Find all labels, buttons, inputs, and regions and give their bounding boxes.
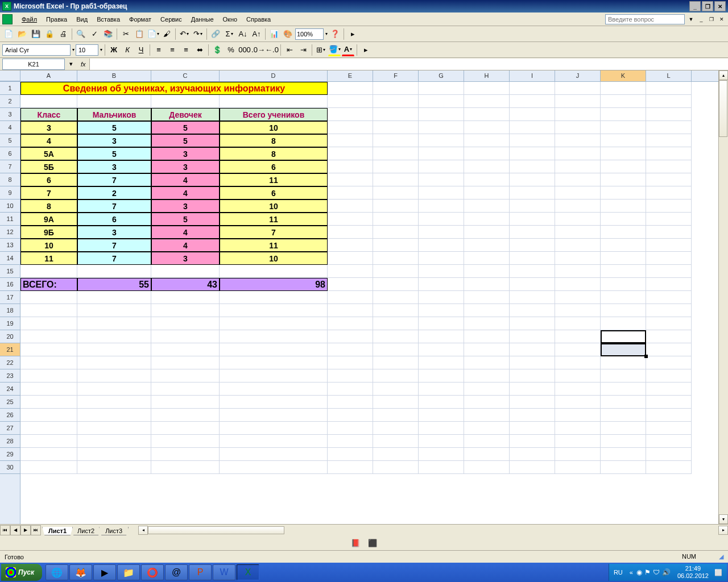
col-header-B[interactable]: B [77,70,151,81]
cell[interactable] [646,461,692,474]
cell[interactable] [220,435,328,448]
cell[interactable] [510,160,555,173]
cell[interactable] [646,95,692,108]
decrease-decimal-button[interactable]: ←.0 [266,44,278,56]
cell[interactable] [20,317,77,330]
cell[interactable] [373,265,419,278]
cell[interactable]: 9Б [20,226,77,239]
cell[interactable] [373,291,419,304]
tray-icon-shield[interactable]: 🛡 [653,568,660,576]
pdf-icon[interactable]: 📕 [349,537,362,549]
taskbar-excel[interactable]: X [237,564,259,580]
cell[interactable] [20,304,77,317]
cell[interactable]: 4 [151,173,220,186]
cell[interactable] [464,147,510,160]
cell[interactable] [419,383,464,396]
sort-asc-button[interactable]: A↓ [237,28,249,40]
cell[interactable] [601,239,646,252]
cell[interactable] [328,265,373,278]
cell[interactable] [328,95,373,108]
cell[interactable]: 11 [220,213,328,226]
row-header-14[interactable]: 14 [0,252,20,265]
cell[interactable] [328,199,373,213]
cell[interactable] [646,82,692,95]
cell[interactable] [646,199,692,213]
cell[interactable] [328,461,373,474]
cell[interactable] [151,435,220,448]
tray-icon-flag[interactable]: ⚑ [644,568,651,576]
decrease-indent-button[interactable]: ⇤ [283,44,296,56]
cell[interactable] [419,278,464,291]
scroll-right-button[interactable]: ▸ [718,526,728,535]
cell[interactable] [464,356,510,369]
taskbar-explorer[interactable]: 📁 [117,564,140,580]
fill-handle[interactable] [644,355,648,358]
name-box-dropdown-icon[interactable]: ▾ [66,59,76,69]
cell[interactable] [20,356,77,369]
cell[interactable] [601,278,646,291]
cell[interactable] [328,134,373,147]
cell[interactable] [419,396,464,409]
cell[interactable] [151,304,220,317]
menu-help[interactable]: Справка [242,15,275,24]
row-header-10[interactable]: 10 [0,199,20,213]
percent-button[interactable]: % [225,44,237,56]
cell[interactable] [601,108,646,121]
cell[interactable] [510,108,555,121]
cell[interactable] [419,291,464,304]
hyperlink-button[interactable]: 🔗 [209,28,222,40]
cell[interactable] [555,291,601,304]
row-header-18[interactable]: 18 [0,304,20,317]
cell[interactable] [328,160,373,173]
row-header-2[interactable]: 2 [0,95,20,108]
cell[interactable]: 5 [151,213,220,226]
cell[interactable] [151,409,220,422]
cell[interactable] [77,396,151,409]
cell[interactable]: 8 [220,134,328,147]
merge-center-button[interactable]: ⬌ [193,44,206,56]
cell[interactable] [419,461,464,474]
cell[interactable] [419,409,464,422]
cell[interactable] [464,121,510,134]
cell[interactable] [419,239,464,252]
cell[interactable] [220,304,328,317]
cell[interactable] [373,160,419,173]
cell[interactable] [601,435,646,448]
cell[interactable] [510,291,555,304]
cell[interactable]: 5 [77,147,151,160]
cell[interactable]: 11 [220,239,328,252]
save-button[interactable]: 💾 [30,28,42,40]
row-header-12[interactable]: 12 [0,226,20,239]
cell[interactable] [419,330,464,343]
taskbar-powerpoint[interactable]: P [189,564,212,580]
cell[interactable] [464,461,510,474]
cell[interactable] [555,226,601,239]
new-button[interactable]: 📄 [2,28,15,40]
cell[interactable] [20,422,77,435]
redo-button[interactable]: ↷▾ [192,28,204,40]
minimize-button[interactable]: _ [689,1,701,11]
col-header-L[interactable]: L [646,70,692,81]
cell[interactable] [20,343,77,356]
cell[interactable] [555,186,601,199]
cell[interactable] [555,239,601,252]
cell[interactable] [373,343,419,356]
cell[interactable] [464,239,510,252]
cell[interactable]: Мальчиков [77,108,151,121]
cell[interactable] [464,422,510,435]
cell[interactable] [555,409,601,422]
cell[interactable] [77,422,151,435]
cell[interactable] [510,317,555,330]
cell[interactable] [510,409,555,422]
cell[interactable] [419,422,464,435]
row-header-28[interactable]: 28 [0,435,20,448]
cell[interactable] [464,330,510,343]
print-button[interactable]: 🖨 [57,28,69,40]
tray-language[interactable]: RU [614,569,623,576]
cell[interactable] [328,383,373,396]
cell[interactable] [373,396,419,409]
cell[interactable] [646,239,692,252]
row-header-23[interactable]: 23 [0,369,20,383]
menu-view[interactable]: Вид [72,15,92,24]
row-header-21[interactable]: 21 [0,343,20,356]
